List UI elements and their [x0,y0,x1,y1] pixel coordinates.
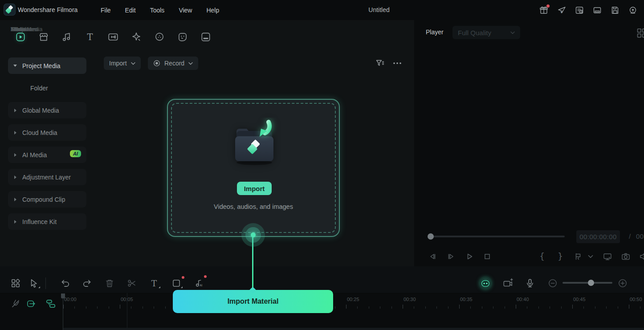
tab-filters[interactable]: Filters [149,31,170,43]
dropzone-caption: Videos, audios, and images [168,203,339,210]
zoom-in-icon[interactable] [617,278,628,289]
export-list-icon[interactable] [575,5,584,15]
gift-alert-dot [546,4,550,8]
ruler-time-label: 00:00 [64,297,77,302]
caret-right-icon [14,153,16,157]
undo-icon[interactable] [60,278,70,289]
menu-file[interactable]: File [101,7,111,14]
ruler-time-label: 00:45 [573,297,586,302]
record-icon [153,60,160,67]
save-icon[interactable] [610,5,620,15]
menu-help[interactable]: Help [206,7,219,14]
sidebar-item-compound-clip[interactable]: Compound Clip [8,191,86,208]
sidebar-item-global-media[interactable]: Global Media [8,102,86,118]
ruler-tick-group: 00:25 [346,293,403,312]
import-dropzone[interactable]: Import Videos, audios, and images [167,99,340,237]
total-time: 00: [636,232,644,240]
mark-out-button[interactable]: } [558,251,563,261]
record-dropdown-button[interactable]: Record [148,57,198,70]
chevron-down-icon [188,62,193,65]
tab-stickers[interactable]: Stickers [172,31,193,43]
ruler-tick-group: 00:30 [403,293,459,312]
quality-dropdown[interactable]: Full Quality [452,26,520,39]
svg-text:T: T [151,279,157,288]
marker-button[interactable] [573,252,583,261]
tab-templates[interactable]: Templates [195,31,216,43]
ruler-tick-group: 00:45 [572,293,629,312]
tab-audio[interactable]: Audio [56,31,77,43]
tools-grid-icon[interactable] [10,278,21,289]
import-button[interactable]: Import [237,182,272,195]
screen-record-icon[interactable] [502,278,513,289]
mark-in-button[interactable]: { [539,251,545,261]
player-panel-background [414,20,644,266]
import-dropdown-button[interactable]: Import [104,57,141,70]
ai-audio-icon[interactable]: AI [193,278,204,289]
mask-more-triangle [181,286,183,288]
project-title: Untitled [368,6,389,13]
layout-panel-icon[interactable] [592,5,602,15]
upload-export-icon[interactable] [628,5,638,15]
effects-icon [130,31,142,43]
text-tool-icon[interactable]: T [149,278,159,289]
import-folder-icon [225,118,283,175]
player-seek-track[interactable] [433,236,565,237]
transitions-icon [107,31,119,43]
marker-chevron-icon[interactable] [588,255,593,258]
tab-transitions[interactable]: Transitions [102,31,124,43]
audio-icon [61,31,73,43]
stop-button[interactable] [482,252,492,261]
zoom-out-icon[interactable] [547,278,558,289]
timeline-horizontal-scrollbar[interactable] [63,328,644,330]
display-output-icon[interactable] [603,252,612,261]
sidebar-item-ai-media[interactable]: AI Media AI [8,147,86,163]
playhead-line [63,293,63,330]
filter-sort-icon[interactable] [375,58,385,68]
tab-media[interactable]: Media [10,31,31,43]
playhead-handle[interactable] [61,293,65,298]
ruler-tick-group: 00:05 [120,293,176,312]
caret-right-icon [14,109,16,112]
stock-media-icon [38,31,49,43]
mask-crop-icon[interactable] [171,278,182,289]
media-tab-bar: Media Stock Media Audio T Titles Transit… [10,22,216,52]
next-frame-button[interactable] [446,252,456,261]
play-button[interactable] [465,252,474,261]
titles-icon: T [84,31,96,43]
tab-stock-media[interactable]: Stock Media [33,31,54,43]
menu-view[interactable]: View [179,7,192,14]
speaker-icon[interactable] [639,252,644,261]
import-drag-handle[interactable] [241,223,265,247]
sidebar-item-cloud-media[interactable]: Cloud Media [8,124,86,141]
ruler-time-label: 00:30 [404,297,416,302]
more-options-icon[interactable] [392,60,403,67]
snapshot-camera-icon[interactable] [621,252,631,261]
time-separator: / [629,232,631,240]
player-seek-handle[interactable] [428,233,434,240]
timeline-zoom-handle[interactable] [588,280,594,286]
sidebar-item-folder[interactable]: Folder [8,80,86,96]
timeline-zoom-slider[interactable] [562,282,612,284]
sidebar-item-adjustment-layer[interactable]: Adjustment Layer [8,169,86,185]
player-grid-view-icon[interactable] [636,27,644,38]
cursor-select-icon[interactable] [29,278,39,289]
voiceover-mic-icon[interactable] [525,278,535,289]
sidebar-item-influence-kit[interactable]: Influence Kit [8,213,86,230]
scissors-split-icon[interactable] [126,278,137,289]
menu-tools[interactable]: Tools [150,7,165,14]
tab-titles[interactable]: T Titles [79,31,101,43]
previous-frame-button[interactable] [428,252,437,261]
tab-effects[interactable]: Effects [126,31,147,43]
sidebar-item-project-media[interactable]: Project Media [8,57,86,74]
ai-copilot-icon[interactable] [480,277,491,289]
gift-icon[interactable] [539,5,549,15]
ruler-time-label: 00:50 [630,297,642,302]
ai-audio-alert-dot [204,275,207,278]
caret-right-icon [14,198,16,201]
menu-edit[interactable]: Edit [125,7,136,14]
ruler-tick-group: 00:35 [459,293,516,312]
trash-icon[interactable] [104,278,115,289]
caret-down-icon [13,65,17,67]
redo-icon[interactable] [82,278,93,289]
send-plane-icon[interactable]: B [557,5,567,15]
